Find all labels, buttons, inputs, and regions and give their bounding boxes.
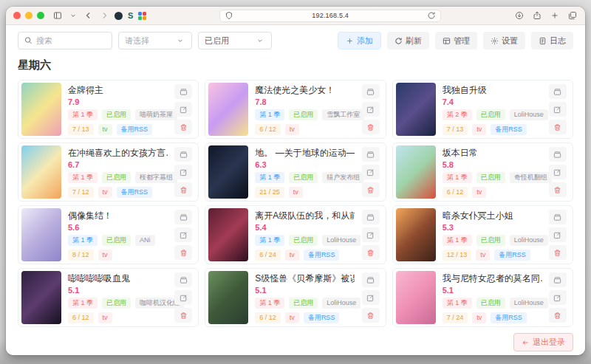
bangumi-info: 地。 ―关于地球的运动― 6.3 第 1 季 已启用 猎户发布组 21 / 25… [255, 147, 355, 198]
group-tag: LoliHouse [510, 298, 548, 309]
edit-button[interactable] [174, 165, 192, 179]
zoom-window-button[interactable] [37, 12, 44, 19]
settings-button[interactable]: 设置 [483, 32, 525, 49]
edit-button[interactable] [362, 290, 380, 305]
edit-button[interactable] [362, 165, 380, 179]
archive-button[interactable] [174, 84, 192, 99]
delete-button[interactable] [549, 120, 567, 134]
back-icon[interactable] [83, 10, 94, 21]
refresh-button[interactable]: 刷新 [387, 32, 429, 49]
edit-button[interactable] [549, 165, 567, 179]
bangumi-poster[interactable] [396, 145, 436, 199]
archive-button[interactable] [549, 210, 567, 224]
edit-button[interactable] [174, 290, 192, 305]
bangumi-poster[interactable] [21, 271, 61, 324]
extension-icon-s[interactable]: S [128, 11, 133, 20]
search-field[interactable] [18, 32, 112, 49]
bangumi-poster[interactable] [396, 83, 436, 136]
tags-row-1: 第 1 季 已启用 桜都字幕组 [68, 172, 168, 183]
delete-button[interactable] [549, 245, 567, 260]
close-window-button[interactable] [13, 12, 21, 19]
delete-button[interactable] [362, 182, 380, 197]
delete-button[interactable] [549, 182, 567, 197]
bangumi-title: 暗杀女仆冥土小姐 [443, 210, 542, 222]
archive-button[interactable] [174, 210, 192, 224]
delete-button[interactable] [174, 120, 192, 134]
downloads-icon[interactable] [514, 10, 525, 21]
tab-overview-icon[interactable] [567, 10, 578, 21]
type-tag: tv [289, 187, 303, 198]
edit-button[interactable] [549, 102, 567, 117]
tags-row-1: 第 1 季 已启用 LoliHouse [255, 298, 355, 309]
type-tag: tv [98, 312, 112, 323]
archive-button[interactable] [362, 272, 380, 287]
archive-button[interactable] [549, 272, 567, 287]
delete-button[interactable] [549, 308, 567, 323]
bangumi-poster[interactable] [208, 208, 248, 261]
group-tag: LoliHouse [322, 298, 361, 309]
archive-button[interactable] [362, 147, 380, 162]
forward-icon[interactable] [99, 10, 109, 21]
edit-icon [366, 294, 375, 302]
bangumi-title: S级怪兽《贝希摩斯》被误… [255, 272, 355, 285]
season-tag: 第 1 季 [68, 172, 98, 183]
archive-button[interactable] [174, 147, 192, 162]
edit-button[interactable] [362, 227, 380, 242]
archive-button[interactable] [362, 210, 380, 224]
chevron-down-icon [255, 35, 265, 46]
edit-button[interactable] [174, 227, 192, 242]
logout-button[interactable]: 退出登录 [513, 333, 573, 351]
trash-icon [180, 249, 188, 257]
delete-button[interactable] [362, 245, 380, 260]
tags-row-2: 7 / 13 tv 备用RSS [68, 124, 168, 135]
reload-icon[interactable] [426, 10, 437, 21]
season-tag: 第 1 季 [255, 298, 284, 309]
edit-button[interactable] [174, 102, 192, 117]
delete-button[interactable] [174, 308, 192, 323]
bangumi-poster[interactable] [208, 83, 248, 136]
delete-button[interactable] [174, 245, 192, 260]
extension-icon-dark[interactable] [115, 12, 123, 20]
bangumi-poster[interactable] [396, 208, 436, 261]
extension-icon-grid[interactable] [138, 12, 146, 20]
bangumi-poster[interactable] [396, 271, 436, 324]
card-actions [362, 84, 380, 134]
episode-tag: 6 / 12 [68, 312, 94, 323]
edit-button[interactable] [362, 102, 380, 117]
archive-button[interactable] [174, 272, 192, 287]
archive-button[interactable] [362, 84, 380, 99]
season-tag: 第 1 季 [68, 235, 98, 246]
bangumi-poster[interactable] [21, 145, 61, 199]
tags-row-2: 6 / 12 tv 备用RSS [255, 312, 355, 323]
add-button[interactable]: 添加 [338, 32, 381, 49]
bangumi-poster[interactable] [208, 145, 248, 199]
gear-icon [491, 37, 499, 45]
share-icon[interactable] [532, 10, 542, 21]
status-select[interactable]: 已启用 [198, 32, 272, 49]
archive-button[interactable] [549, 84, 567, 99]
delete-button[interactable] [362, 308, 380, 323]
edit-button[interactable] [549, 290, 567, 305]
bangumi-poster[interactable] [21, 83, 61, 136]
archive-icon [553, 88, 561, 96]
manage-button[interactable]: 管理 [435, 32, 477, 49]
bangumi-info: S级怪兽《贝希摩斯》被误… 5.1 第 1 季 已启用 LoliHouse 6 … [255, 272, 355, 323]
grid-square [143, 16, 146, 20]
address-bar[interactable]: 192.168.5.4 [219, 10, 441, 22]
search-input[interactable] [36, 36, 106, 45]
sidebar-icon[interactable] [52, 10, 63, 21]
bangumi-poster[interactable] [21, 208, 61, 261]
delete-button[interactable] [174, 182, 192, 197]
bangumi-rating: 7.9 [68, 97, 168, 106]
category-select[interactable]: 请选择 [118, 32, 192, 49]
edit-button[interactable] [549, 227, 567, 242]
trash-icon [553, 186, 561, 194]
bangumi-rating: 5.1 [443, 286, 542, 295]
minimize-window-button[interactable] [25, 12, 33, 19]
bangumi-poster[interactable] [208, 271, 248, 324]
new-tab-icon[interactable] [550, 10, 560, 21]
logs-button[interactable]: 日志 [531, 32, 573, 49]
delete-button[interactable] [362, 120, 380, 134]
archive-button[interactable] [549, 147, 567, 162]
chevron-down-icon[interactable] [68, 10, 78, 21]
